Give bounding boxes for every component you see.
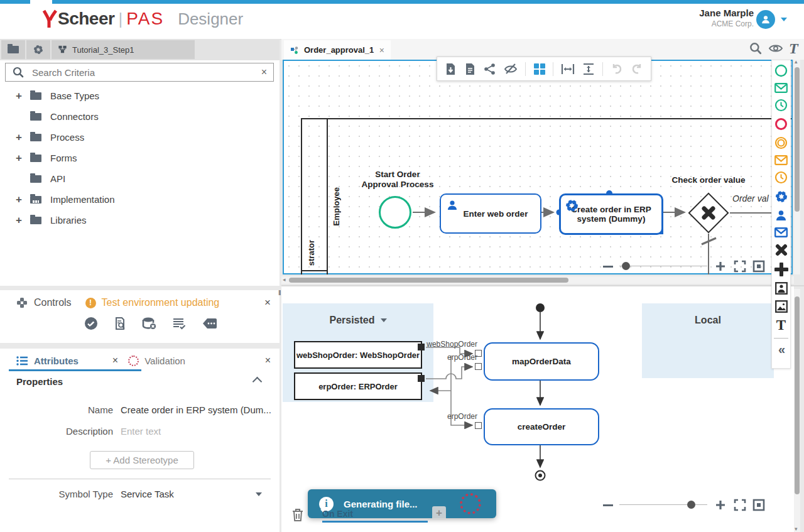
log-list-icon[interactable]: [172, 317, 187, 330]
symbol-type-dropdown-icon[interactable]: [256, 492, 262, 496]
zoom-slider-handle[interactable]: [622, 262, 630, 270]
redo-icon[interactable]: [631, 63, 643, 75]
name-value[interactable]: Create order in ERP system (Dum...: [121, 404, 271, 415]
vscroll-thumb[interactable]: [795, 296, 800, 494]
controls-close-icon[interactable]: ×: [264, 296, 271, 309]
validation-close-icon[interactable]: ×: [265, 355, 271, 366]
same-height-icon[interactable]: [582, 63, 595, 75]
hscroll-thumb[interactable]: [289, 278, 568, 283]
palette-message-start-icon[interactable]: [774, 83, 788, 93]
input-pin[interactable]: [475, 363, 482, 370]
palette-timer-start-icon[interactable]: [774, 99, 788, 112]
sidebar-tab-explorer[interactable]: [1, 40, 25, 59]
avatar[interactable]: [756, 10, 775, 29]
local-region[interactable]: Local: [642, 303, 774, 378]
zoom-in-icon[interactable]: [715, 499, 726, 511]
tree-item-forms[interactable]: + Forms: [0, 148, 280, 168]
palette-intermediate-event-icon[interactable]: [774, 136, 788, 149]
search-input[interactable]: [31, 67, 261, 79]
expand-icon[interactable]: +: [14, 131, 24, 144]
input-pin[interactable]: [475, 422, 482, 429]
zoom-slider-handle[interactable]: [687, 501, 695, 509]
export-file-icon[interactable]: [445, 63, 457, 75]
vscroll-thumb[interactable]: [795, 67, 800, 212]
tree-item-connectors[interactable]: Connectors: [0, 106, 280, 127]
search-diagram-icon[interactable]: [749, 41, 763, 55]
zoom-slider[interactable]: [619, 261, 707, 272]
mapping-vscrollbar[interactable]: ▾: [794, 289, 800, 532]
attributes-close-icon[interactable]: ×: [112, 355, 118, 366]
expand-icon[interactable]: +: [14, 90, 24, 102]
zoom-out-icon[interactable]: [603, 504, 613, 506]
eye-icon[interactable]: [768, 42, 783, 55]
description-placeholder[interactable]: Enter text: [121, 426, 161, 437]
action-node-maporderdata[interactable]: mapOrderData: [484, 342, 599, 381]
palette-parallel-gateway-icon[interactable]: [774, 263, 788, 276]
zoom-slider[interactable]: [619, 499, 707, 511]
canvas-hscrollbar[interactable]: ◂: [281, 276, 794, 284]
scroll-down-arrow-icon[interactable]: ▾: [795, 526, 798, 532]
tree-item-api[interactable]: API: [0, 168, 280, 189]
scroll-left-arrow-icon[interactable]: ◂: [283, 276, 286, 283]
same-width-icon[interactable]: [561, 63, 575, 75]
zoom-in-icon[interactable]: [715, 261, 726, 272]
tree-item-implementation[interactable]: + Implementation: [0, 189, 280, 210]
tree-item-process[interactable]: + Process: [0, 127, 280, 148]
palette-text-icon[interactable]: T: [776, 318, 786, 332]
trash-icon[interactable]: [291, 508, 305, 523]
zoom-out-icon[interactable]: [603, 266, 613, 268]
persisted-dropdown-icon[interactable]: [381, 318, 387, 322]
start-event-node[interactable]: [379, 196, 411, 229]
document-properties-icon[interactable]: [464, 63, 476, 75]
grid-layout-icon[interactable]: [533, 63, 546, 75]
tree-item-libraries[interactable]: + Libraries: [0, 210, 280, 231]
tab-on-exit[interactable]: On Exit: [322, 509, 353, 519]
fullscreen-icon[interactable]: [734, 499, 746, 511]
palette-end-event-icon[interactable]: [774, 117, 788, 131]
user-menu-caret-icon[interactable]: [781, 18, 787, 21]
palette-user-task-icon[interactable]: [774, 209, 788, 222]
undo-icon[interactable]: [611, 63, 623, 75]
inspect-document-icon[interactable]: [113, 317, 127, 330]
palette-start-event-icon[interactable]: [774, 64, 788, 77]
palette-send-task-icon[interactable]: [774, 227, 788, 237]
object-node-erporder[interactable]: erpOrder: ERPOrder: [294, 372, 422, 400]
sidebar-tab-settings[interactable]: [26, 40, 50, 59]
hide-elements-icon[interactable]: [504, 63, 518, 75]
add-tab-button[interactable]: +: [432, 506, 446, 520]
scroll-up-arrow-icon[interactable]: ▴: [795, 58, 798, 65]
add-stereotype-button[interactable]: + Add Stereotype: [90, 451, 194, 469]
tree-item-base-types[interactable]: + Base Types: [0, 85, 280, 106]
tag-options-icon[interactable]: [202, 317, 218, 330]
palette-image-icon[interactable]: [775, 300, 788, 313]
editor-tab-close-icon[interactable]: ×: [379, 45, 384, 55]
output-pin[interactable]: [418, 375, 425, 382]
palette-message-event-icon[interactable]: [774, 155, 788, 165]
properties-section-header[interactable]: Properties: [16, 376, 263, 387]
database-clear-icon[interactable]: [142, 317, 157, 330]
fit-to-window-icon[interactable]: [752, 260, 765, 273]
share-icon[interactable]: [484, 63, 496, 75]
palette-exclusive-gateway-icon[interactable]: [774, 243, 788, 257]
bpmn-canvas[interactable]: [283, 60, 793, 274]
action-node-createorder[interactable]: createOrder: [484, 408, 599, 445]
fit-to-window-icon[interactable]: [752, 499, 765, 511]
tab-validation[interactable]: Validation: [144, 356, 185, 366]
validate-check-icon[interactable]: [84, 317, 98, 330]
palette-service-task-icon[interactable]: [774, 190, 788, 204]
text-tool-icon[interactable]: T: [789, 42, 798, 55]
user-task-node[interactable]: Enter web order: [440, 193, 541, 234]
sidebar-tab-project[interactable]: Tutorial_3_Step1: [52, 40, 195, 59]
editor-tab[interactable]: Order_approval_1 ×: [284, 40, 391, 60]
fullscreen-icon[interactable]: [734, 260, 746, 273]
left-resize-handle-icon[interactable]: ‖: [278, 289, 281, 296]
object-node-webshoporder[interactable]: webShopOrder: WebShopOrder: [294, 341, 422, 369]
expand-icon[interactable]: +: [14, 193, 24, 206]
search-clear-icon[interactable]: ×: [261, 67, 267, 78]
symbol-type-value[interactable]: Service Task: [121, 489, 174, 499]
expand-icon[interactable]: +: [14, 152, 24, 165]
service-task-node[interactable]: Create order in ERP system (Dummy): [559, 193, 663, 235]
palette-participant-icon[interactable]: [775, 282, 788, 295]
expand-icon[interactable]: +: [14, 214, 24, 227]
canvas-vscrollbar[interactable]: ▴: [794, 60, 800, 274]
